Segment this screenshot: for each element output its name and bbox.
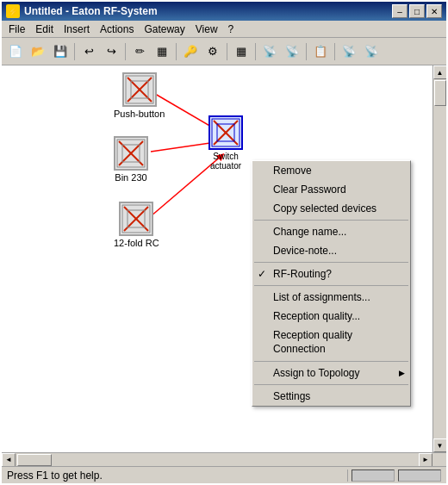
device-label-12fold-rc: 12-fold RC: [114, 238, 159, 248]
menu-edit[interactable]: Edit: [30, 22, 59, 37]
menu-bar: File Edit Insert Actions Gateway View ?: [2, 21, 446, 38]
status-message: Press F1 to get help.: [7, 469, 348, 482]
edit-button[interactable]: ✏: [129, 41, 150, 62]
toolbar-sep-1: [74, 43, 75, 60]
device-switch-actuator[interactable]: Switchactuator: [208, 115, 243, 171]
context-menu: Remove Clear Password Copy selected devi…: [252, 160, 411, 407]
toolbar-sep-2: [125, 43, 126, 60]
settings-button[interactable]: ⚙: [202, 41, 223, 62]
toolbar-sep-4: [227, 43, 227, 60]
undo-button[interactable]: ↩: [78, 41, 99, 62]
scroll-up-button[interactable]: ▲: [433, 65, 447, 79]
device-label-bin-230: Bin 230: [115, 172, 146, 183]
status-indicator-2: [398, 469, 441, 482]
ctx-change-name[interactable]: Change name...: [252, 222, 410, 241]
close-button[interactable]: ✕: [426, 4, 442, 18]
scroll-left-button[interactable]: ◄: [2, 453, 16, 467]
main-window: ⚡ Untitled - Eaton RF-System – □ ✕ File …: [0, 0, 448, 485]
device-bin-230[interactable]: Bin 230: [114, 136, 148, 183]
app-icon: ⚡: [6, 4, 20, 18]
ctx-settings[interactable]: Settings: [252, 387, 410, 406]
ctx-remove[interactable]: Remove: [252, 161, 410, 180]
title-bar: ⚡ Untitled - Eaton RF-System – □ ✕: [2, 2, 446, 21]
scroll-right-button[interactable]: ►: [419, 453, 432, 467]
menu-insert[interactable]: Insert: [59, 22, 95, 37]
toolbar-sep-6: [306, 43, 307, 60]
title-bar-controls: – □ ✕: [392, 4, 442, 18]
status-indicators: [348, 469, 441, 482]
window-title: Untitled - Eaton RF-System: [24, 5, 158, 17]
device-icon-12fold-rc: [119, 202, 153, 236]
menu-view[interactable]: View: [190, 22, 223, 37]
ctx-assign-topology[interactable]: Assign to Topology: [252, 364, 410, 382]
bin-230-icon-svg: [115, 138, 146, 169]
status-bar: Press F1 to get help.: [2, 466, 446, 483]
barcode-button[interactable]: ▦: [231, 41, 252, 62]
title-bar-left: ⚡ Untitled - Eaton RF-System: [6, 4, 158, 18]
ctx-sep-2: [254, 262, 408, 263]
canvas[interactable]: Push-button Bin 230: [2, 65, 432, 452]
maximize-button[interactable]: □: [409, 4, 425, 18]
key-button[interactable]: 🔑: [180, 41, 201, 62]
device-icon-bin-230: [114, 136, 148, 171]
hscroll-track[interactable]: [16, 453, 419, 467]
grid-button[interactable]: ▦: [152, 41, 172, 62]
ctx-device-note[interactable]: Device-note...: [252, 241, 410, 260]
toolbar: 📄 📂 💾 ↩ ↪ ✏ ▦ 🔑 ⚙ ▦ 📡 📡 📋 📡 📡: [2, 38, 446, 65]
scrollbar-horizontal: ◄ ►: [2, 452, 446, 466]
scroll-thumb[interactable]: [434, 80, 446, 106]
save-button[interactable]: 💾: [50, 41, 71, 62]
main-area: Push-button Bin 230: [2, 65, 446, 452]
push-button-icon-svg: [124, 74, 155, 105]
open-button[interactable]: 📂: [28, 41, 48, 62]
ctx-clear-password[interactable]: Clear Password: [252, 180, 410, 199]
device-12fold-rc[interactable]: 12-fold RC: [114, 202, 159, 248]
device-push-button[interactable]: Push-button: [114, 72, 165, 119]
antenna2-button[interactable]: 📡: [282, 41, 302, 62]
toolbar-sep-7: [334, 43, 335, 60]
toolbar-sep-3: [176, 43, 177, 60]
device-icon-switch-actuator: [208, 115, 243, 150]
toolbar-sep-5: [255, 43, 256, 60]
switch-actuator-icon-svg: [210, 117, 241, 148]
scroll-track[interactable]: [433, 79, 447, 438]
status-indicator-1: [352, 469, 395, 482]
hscroll-thumb[interactable]: [17, 454, 52, 466]
clipboard-button[interactable]: 📋: [310, 41, 331, 62]
menu-actions[interactable]: Actions: [95, 22, 139, 37]
scroll-down-button[interactable]: ▼: [433, 438, 447, 452]
ctx-sep-3: [254, 285, 408, 286]
redo-button[interactable]: ↪: [101, 41, 121, 62]
scrollbar-vertical: ▲ ▼: [432, 65, 446, 452]
ctx-sep-1: [254, 220, 408, 221]
new-button[interactable]: 📄: [5, 41, 26, 62]
ctx-copy-devices[interactable]: Copy selected devices: [252, 199, 410, 218]
menu-gateway[interactable]: Gateway: [139, 22, 190, 37]
12fold-icon-svg: [121, 203, 152, 234]
device-label-switch-actuator: Switchactuator: [210, 152, 241, 171]
ctx-reception-connection[interactable]: Reception qualityConnection: [252, 326, 410, 359]
device-icon-push-button: [122, 72, 157, 107]
minimize-button[interactable]: –: [392, 4, 408, 18]
device-label-push-button: Push-button: [114, 109, 165, 119]
ctx-rf-routing[interactable]: RF-Routing?: [252, 264, 410, 283]
menu-help[interactable]: ?: [223, 22, 240, 37]
antenna1-button[interactable]: 📡: [259, 41, 280, 62]
ctx-sep-5: [254, 384, 408, 385]
ctx-list-assignments[interactable]: List of assignments...: [252, 288, 410, 307]
menu-file[interactable]: File: [3, 22, 30, 37]
antenna4-button[interactable]: 📡: [361, 41, 382, 62]
ctx-sep-4: [254, 361, 408, 362]
antenna3-button[interactable]: 📡: [339, 41, 359, 62]
ctx-reception-quality[interactable]: Reception quality...: [252, 307, 410, 326]
